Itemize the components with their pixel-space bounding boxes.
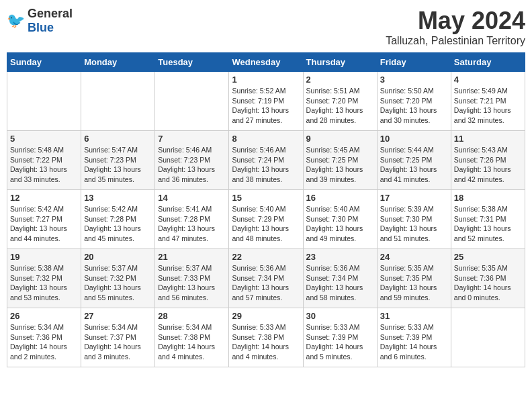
day-of-week-header: Thursday bbox=[303, 53, 377, 72]
calendar-day-cell: 28Sunrise: 5:34 AM Sunset: 7:38 PM Dayli… bbox=[155, 308, 229, 367]
day-number: 15 bbox=[232, 193, 300, 203]
day-info: Sunrise: 5:38 AM Sunset: 7:31 PM Dayligh… bbox=[454, 204, 522, 244]
day-info: Sunrise: 5:48 AM Sunset: 7:22 PM Dayligh… bbox=[10, 145, 78, 185]
day-info: Sunrise: 5:36 AM Sunset: 7:34 PM Dayligh… bbox=[306, 263, 374, 303]
calendar-day-cell bbox=[451, 308, 525, 367]
title-area: May 2024 Talluzah, Palestinian Territory bbox=[386, 7, 525, 47]
calendar-day-cell: 22Sunrise: 5:36 AM Sunset: 7:34 PM Dayli… bbox=[229, 249, 303, 308]
logo-general-text: General bbox=[28, 7, 73, 20]
day-number: 25 bbox=[454, 252, 522, 262]
calendar-day-cell: 12Sunrise: 5:42 AM Sunset: 7:27 PM Dayli… bbox=[7, 190, 81, 249]
calendar-day-cell: 11Sunrise: 5:43 AM Sunset: 7:26 PM Dayli… bbox=[451, 131, 525, 190]
day-info: Sunrise: 5:40 AM Sunset: 7:29 PM Dayligh… bbox=[232, 204, 300, 244]
day-info: Sunrise: 5:50 AM Sunset: 7:20 PM Dayligh… bbox=[380, 86, 448, 126]
day-info: Sunrise: 5:43 AM Sunset: 7:26 PM Dayligh… bbox=[454, 145, 522, 185]
day-number: 6 bbox=[84, 134, 152, 144]
day-number: 13 bbox=[84, 193, 152, 203]
day-number: 9 bbox=[306, 134, 374, 144]
day-number: 1 bbox=[232, 75, 300, 85]
page-header: 🐦 General Blue May 2024 Talluzah, Palest… bbox=[7, 7, 525, 47]
calendar-body: 1Sunrise: 5:52 AM Sunset: 7:19 PM Daylig… bbox=[7, 72, 525, 367]
calendar-day-cell: 6Sunrise: 5:47 AM Sunset: 7:23 PM Daylig… bbox=[81, 131, 155, 190]
day-number: 20 bbox=[84, 252, 152, 262]
day-info: Sunrise: 5:37 AM Sunset: 7:33 PM Dayligh… bbox=[158, 263, 226, 303]
day-number: 30 bbox=[306, 311, 374, 321]
calendar-day-cell bbox=[7, 72, 81, 131]
calendar-day-cell: 19Sunrise: 5:38 AM Sunset: 7:32 PM Dayli… bbox=[7, 249, 81, 308]
calendar-day-cell: 3Sunrise: 5:50 AM Sunset: 7:20 PM Daylig… bbox=[377, 72, 451, 131]
day-info: Sunrise: 5:37 AM Sunset: 7:32 PM Dayligh… bbox=[84, 263, 152, 303]
day-info: Sunrise: 5:44 AM Sunset: 7:25 PM Dayligh… bbox=[380, 145, 448, 185]
day-number: 31 bbox=[380, 311, 448, 321]
calendar-day-cell: 4Sunrise: 5:49 AM Sunset: 7:21 PM Daylig… bbox=[451, 72, 525, 131]
calendar-day-cell: 1Sunrise: 5:52 AM Sunset: 7:19 PM Daylig… bbox=[229, 72, 303, 131]
day-of-week-header: Saturday bbox=[451, 53, 525, 72]
day-info: Sunrise: 5:52 AM Sunset: 7:19 PM Dayligh… bbox=[232, 86, 300, 126]
calendar-day-cell: 27Sunrise: 5:34 AM Sunset: 7:37 PM Dayli… bbox=[81, 308, 155, 367]
calendar-table: SundayMondayTuesdayWednesdayThursdayFrid… bbox=[7, 52, 525, 367]
day-info: Sunrise: 5:46 AM Sunset: 7:23 PM Dayligh… bbox=[158, 145, 226, 185]
calendar-week-row: 26Sunrise: 5:34 AM Sunset: 7:36 PM Dayli… bbox=[7, 308, 525, 367]
day-info: Sunrise: 5:42 AM Sunset: 7:27 PM Dayligh… bbox=[10, 204, 78, 244]
day-info: Sunrise: 5:34 AM Sunset: 7:38 PM Dayligh… bbox=[158, 322, 226, 362]
day-of-week-header: Tuesday bbox=[155, 53, 229, 72]
day-info: Sunrise: 5:45 AM Sunset: 7:25 PM Dayligh… bbox=[306, 145, 374, 185]
day-info: Sunrise: 5:34 AM Sunset: 7:36 PM Dayligh… bbox=[10, 322, 78, 362]
day-of-week-header: Wednesday bbox=[229, 53, 303, 72]
day-number: 4 bbox=[454, 75, 522, 85]
calendar-day-cell: 25Sunrise: 5:35 AM Sunset: 7:36 PM Dayli… bbox=[451, 249, 525, 308]
calendar-day-cell: 31Sunrise: 5:33 AM Sunset: 7:39 PM Dayli… bbox=[377, 308, 451, 367]
day-number: 12 bbox=[10, 193, 78, 203]
day-of-week-header: Monday bbox=[81, 53, 155, 72]
logo-bird-icon: 🐦 bbox=[7, 12, 25, 30]
calendar-day-cell: 7Sunrise: 5:46 AM Sunset: 7:23 PM Daylig… bbox=[155, 131, 229, 190]
day-info: Sunrise: 5:33 AM Sunset: 7:39 PM Dayligh… bbox=[380, 322, 448, 362]
day-info: Sunrise: 5:46 AM Sunset: 7:24 PM Dayligh… bbox=[232, 145, 300, 185]
calendar-day-cell: 30Sunrise: 5:33 AM Sunset: 7:39 PM Dayli… bbox=[303, 308, 377, 367]
calendar-day-cell: 16Sunrise: 5:40 AM Sunset: 7:30 PM Dayli… bbox=[303, 190, 377, 249]
logo: 🐦 General Blue bbox=[7, 7, 73, 35]
day-number: 21 bbox=[158, 252, 226, 262]
day-info: Sunrise: 5:35 AM Sunset: 7:35 PM Dayligh… bbox=[380, 263, 448, 303]
calendar-week-row: 5Sunrise: 5:48 AM Sunset: 7:22 PM Daylig… bbox=[7, 131, 525, 190]
day-info: Sunrise: 5:49 AM Sunset: 7:21 PM Dayligh… bbox=[454, 86, 522, 126]
day-number: 17 bbox=[380, 193, 448, 203]
calendar-day-cell bbox=[155, 72, 229, 131]
calendar-day-cell: 2Sunrise: 5:51 AM Sunset: 7:20 PM Daylig… bbox=[303, 72, 377, 131]
day-info: Sunrise: 5:35 AM Sunset: 7:36 PM Dayligh… bbox=[454, 263, 522, 303]
calendar-day-cell: 5Sunrise: 5:48 AM Sunset: 7:22 PM Daylig… bbox=[7, 131, 81, 190]
day-number: 19 bbox=[10, 252, 78, 262]
calendar-week-row: 1Sunrise: 5:52 AM Sunset: 7:19 PM Daylig… bbox=[7, 72, 525, 131]
day-info: Sunrise: 5:51 AM Sunset: 7:20 PM Dayligh… bbox=[306, 86, 374, 126]
day-number: 26 bbox=[10, 311, 78, 321]
day-info: Sunrise: 5:38 AM Sunset: 7:32 PM Dayligh… bbox=[10, 263, 78, 303]
day-number: 22 bbox=[232, 252, 300, 262]
day-info: Sunrise: 5:39 AM Sunset: 7:30 PM Dayligh… bbox=[380, 204, 448, 244]
calendar-day-cell bbox=[81, 72, 155, 131]
day-number: 3 bbox=[380, 75, 448, 85]
day-info: Sunrise: 5:42 AM Sunset: 7:28 PM Dayligh… bbox=[84, 204, 152, 244]
day-number: 24 bbox=[380, 252, 448, 262]
day-number: 27 bbox=[84, 311, 152, 321]
day-number: 18 bbox=[454, 193, 522, 203]
calendar-day-cell: 24Sunrise: 5:35 AM Sunset: 7:35 PM Dayli… bbox=[377, 249, 451, 308]
day-of-week-header: Sunday bbox=[7, 53, 81, 72]
calendar-day-cell: 29Sunrise: 5:33 AM Sunset: 7:38 PM Dayli… bbox=[229, 308, 303, 367]
day-number: 16 bbox=[306, 193, 374, 203]
calendar-day-cell: 18Sunrise: 5:38 AM Sunset: 7:31 PM Dayli… bbox=[451, 190, 525, 249]
calendar-day-cell: 14Sunrise: 5:41 AM Sunset: 7:28 PM Dayli… bbox=[155, 190, 229, 249]
day-of-week-header: Friday bbox=[377, 53, 451, 72]
day-number: 5 bbox=[10, 134, 78, 144]
day-info: Sunrise: 5:34 AM Sunset: 7:37 PM Dayligh… bbox=[84, 322, 152, 362]
month-title: May 2024 bbox=[386, 7, 525, 35]
day-number: 7 bbox=[158, 134, 226, 144]
day-number: 23 bbox=[306, 252, 374, 262]
day-number: 11 bbox=[454, 134, 522, 144]
day-info: Sunrise: 5:40 AM Sunset: 7:30 PM Dayligh… bbox=[306, 204, 374, 244]
calendar-day-cell: 26Sunrise: 5:34 AM Sunset: 7:36 PM Dayli… bbox=[7, 308, 81, 367]
logo-blue-text: Blue bbox=[28, 21, 54, 34]
day-number: 29 bbox=[232, 311, 300, 321]
calendar-day-cell: 9Sunrise: 5:45 AM Sunset: 7:25 PM Daylig… bbox=[303, 131, 377, 190]
day-number: 28 bbox=[158, 311, 226, 321]
day-info: Sunrise: 5:41 AM Sunset: 7:28 PM Dayligh… bbox=[158, 204, 226, 244]
